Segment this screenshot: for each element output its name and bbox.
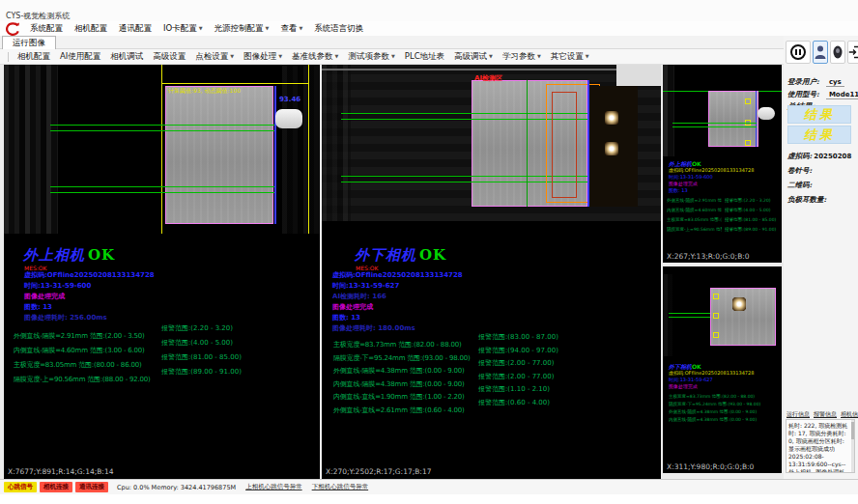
status-ok: OK	[88, 246, 115, 264]
weld-spot	[605, 142, 618, 155]
frame-count-label: 图数: 13	[24, 302, 155, 313]
window-bottom-strip	[0, 494, 858, 504]
toolbar-item-0[interactable]: 相机配置	[13, 51, 55, 63]
machine-texture	[4, 65, 58, 234]
toolbar-item-1[interactable]: AI使用配置	[55, 51, 105, 63]
badge-button[interactable]	[830, 41, 845, 64]
measurement-row: 隔膜宽度-下=95.24mm 范围:(93.00 - 98.00)报警范围:(9…	[333, 346, 471, 359]
mini-measurement-row: 外侧直线-隔膜=4.38mm 范围:(0.00 - 9.00)	[669, 409, 777, 417]
menu-item-1[interactable]: 相机配置	[69, 23, 113, 35]
measure-line-green	[672, 126, 757, 127]
status-alert-0: 上相机心跳信号异常	[245, 483, 302, 491]
camera-view-small-bottom[interactable]: 外下相机OK虚拟码:OFfline20250208133134728时间:13-…	[663, 266, 782, 473]
mini-info-line: 虚拟码:OFfline20250208133134728	[669, 370, 754, 377]
status-badges: 心跳信号相机连接通讯连接	[4, 482, 111, 492]
menu-item-3[interactable]: IO卡配置▼	[157, 23, 209, 35]
measurement-row: 外侧直线-直线=2.61mm 范围:(0.60 - 4.00)报警范围:(0.6…	[333, 398, 471, 411]
menu-item-5[interactable]: 查看▼	[274, 23, 308, 35]
measurement-list: 主极宽度=83.73mm 范围:(82.00 - 88.00)报警范围:(83.…	[333, 332, 471, 410]
toolbar-item-2[interactable]: 相机调试	[105, 51, 148, 63]
mini-measurement-text: 隔膜宽度-上=90.56mm 范围:(88.00 - 92.00)	[667, 227, 722, 232]
app-window: CYS-视觉检测系统 系统配置相机配置通讯配置IO卡配置▼光源控制配置▼查看▼系…	[0, 0, 858, 504]
anno-box-yellow	[745, 140, 751, 146]
log-tab-0[interactable]: 运行信息	[786, 410, 810, 417]
machine-texture	[663, 274, 672, 356]
toolbar-item-5[interactable]: 图像处理▼	[239, 51, 287, 63]
toolbar-item-9[interactable]: 高级调试▼	[449, 51, 498, 63]
menu-item-2[interactable]: 通讯配置	[113, 23, 157, 35]
model-value: Mode11	[826, 91, 858, 99]
toolbar-item-10[interactable]: 学习参数▼	[498, 51, 546, 63]
ai-region-label: AI检测区	[474, 73, 502, 83]
field-value: 20250208	[814, 153, 851, 160]
window-titlebar[interactable]: CYS-视觉检测系统	[0, 0, 858, 21]
chevron-down-icon: ▼	[230, 53, 234, 59]
time-label: 时间:13-31-59-600	[24, 281, 155, 292]
window-title: CYS-视觉检测系统	[6, 12, 70, 20]
menu-item-4[interactable]: 光源控制配置▼	[209, 23, 275, 35]
status-badge-1: 相机连接	[40, 482, 72, 492]
chevron-down-icon: ▼	[391, 53, 395, 59]
mini-alarm-text: 报警范围:(89.00 - 91.00)	[725, 227, 782, 232]
pixel-coords-readout: X:270;Y:2502;R:17;G:17;B:17	[326, 467, 431, 476]
toolbar-item-3[interactable]: 高级设置	[148, 51, 190, 63]
machine-texture	[282, 65, 320, 234]
threshold-label: 计算阈值:93, 动态阈值:100	[168, 87, 241, 96]
pixel-coords-readout: X:7677;Y:891;R:14;G:14;B:14	[8, 467, 113, 476]
log-scrollbar[interactable]	[851, 420, 854, 472]
measure-line-green	[669, 313, 710, 314]
camera-view-left[interactable]: 计算阈值:93, 动态阈值:100 93.46 外上相机OK MES:OK 虚拟…	[4, 65, 320, 479]
pause-button[interactable]	[786, 41, 811, 64]
pause-icon	[790, 44, 806, 60]
mini-info-line: 图像处理完成	[669, 383, 754, 390]
chevron-down-icon: ▼	[489, 53, 493, 59]
edge-line-blue	[756, 91, 757, 147]
alarm-range-text: 报警范围:(2.00 - 77.00)	[478, 358, 554, 368]
menu-item-0[interactable]: 系统配置	[24, 23, 69, 35]
anno-box-yellow	[713, 294, 719, 299]
mini-info-block: 外下相机OK虚拟码:OFfline20250208133134728时间:13-…	[669, 363, 754, 390]
edge-line-blue	[587, 80, 589, 207]
sidebar-field-2: 二维码:	[787, 173, 851, 187]
product-image	[708, 91, 758, 147]
small-top-scene	[663, 65, 782, 156]
measurement-row: 外侧直线-隔膜=4.38mm 范围:(0.00 - 9.00)报警范围:(2.0…	[333, 358, 471, 372]
toolbar-item-7[interactable]: 测试项参数▼	[343, 51, 399, 63]
measure-line-green	[672, 123, 757, 124]
mini-info-line: 时间:13-31-59-627	[669, 377, 754, 383]
toolbar-item-4[interactable]: 点检设置▼	[190, 51, 239, 63]
mini-info-line: 虚拟码:OFfline20250208133134728	[669, 167, 754, 174]
tab-run-image[interactable]: 运行图像	[2, 36, 56, 49]
measurement-list: 外侧直线-隔膜=2.91mm 范围:(2.00 - 3.50)报警范围:(2.2…	[14, 323, 151, 381]
edge-value-label: 93.46	[279, 96, 300, 103]
edge-line-blue	[274, 86, 276, 224]
user-login-button[interactable]	[813, 41, 828, 64]
status-ok: OK	[692, 363, 701, 370]
mini-measurement-text: 主极宽度=83.05mm 范围:(80.00 - 86.00)	[667, 217, 722, 222]
camera-view-small-top[interactable]: 外上相机OK虚拟码:OFfline20250208133134728时间:13-…	[663, 65, 782, 263]
camera-view-right[interactable]: AI检测区 外下相机OK MES:OK 虚拟码:OFfline202502081…	[322, 65, 661, 479]
mini-measurement-row: 隔膜宽度-下=95.24mm 范围:(93.00 - 98.00)	[669, 402, 777, 409]
measurement-row: 内侧直线-直线=1.90mm 范围:(1.00 - 2.20)报警范围:(1.1…	[333, 384, 471, 398]
menu-item-6[interactable]: 系统语言切换	[308, 23, 369, 35]
anno-box-yellow	[713, 313, 719, 319]
result-box-1: 结果	[787, 105, 851, 124]
mini-measurement-text: 外侧直线-隔膜=2.91mm 范围:(2.00 - 3.50)	[667, 198, 722, 203]
chevron-down-icon: ▼	[199, 25, 203, 31]
toolbar-item-8[interactable]: PLC地址表	[400, 51, 449, 63]
exit-icon	[848, 45, 858, 59]
sidebar-panel: 登录用户: cys 使用型号: Mode11 总结果: 结果 结果 虚拟码:20…	[784, 36, 858, 479]
exit-button[interactable]	[847, 41, 858, 64]
user-icon	[815, 44, 826, 60]
log-tab-1[interactable]: 报警信息	[814, 410, 837, 417]
toolbar-item-11[interactable]: 其它设置▼	[546, 51, 594, 63]
measurement-text: 隔膜宽度-上=90.56mm 范围:(88.00 - 92.00)	[14, 376, 151, 383]
toolbar-item-6[interactable]: 基准线参数▼	[287, 51, 343, 63]
barcode-label: 虚拟码:OFfline20250208133134728	[24, 270, 155, 281]
machine-edge	[322, 69, 661, 70]
log-output[interactable]: 耗时: 222, 瑕疵检测耗时: 17, 瑕疵分类耗时: 0, 瑕疵画框分区耗时…	[786, 419, 855, 473]
ai-detect-box-red	[552, 92, 577, 198]
pixel-coords-readout: X:267;Y:13;R:0;G:0;B:0	[667, 252, 750, 261]
weld-spot	[605, 111, 618, 125]
anno-box-yellow	[713, 332, 719, 338]
